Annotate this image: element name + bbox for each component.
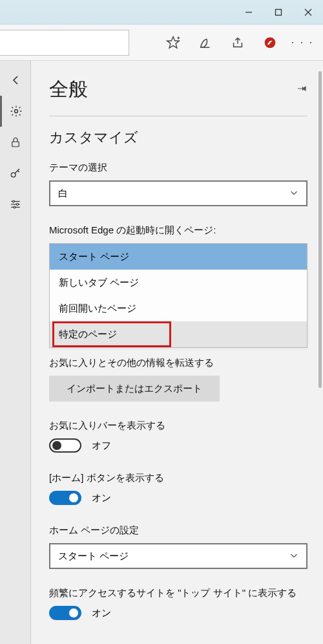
theme-select[interactable]: 白 [49, 180, 307, 206]
startup-option-newtab[interactable]: 新しいタブ ページ [50, 270, 307, 295]
svg-point-17 [16, 204, 18, 206]
favbar-label: お気に入りバーを表示する [49, 420, 307, 432]
share-icon[interactable] [225, 30, 251, 56]
svg-point-18 [14, 206, 16, 208]
sliders-icon[interactable] [0, 189, 31, 220]
theme-label: テーマの選択 [49, 162, 307, 174]
homebutton-toggle-text: オン [92, 492, 111, 504]
svg-marker-4 [167, 36, 179, 47]
pin-icon[interactable] [296, 83, 307, 97]
svg-point-12 [11, 173, 16, 177]
gear-icon[interactable] [0, 96, 31, 127]
window-titlebar [0, 0, 323, 25]
homebutton-label: [ホーム] ボタンを表示する [49, 472, 307, 484]
address-bar[interactable] [0, 30, 129, 56]
browser-toolbar: · · · [0, 25, 323, 61]
page-title: 全般 [49, 76, 88, 103]
startup-option-specific[interactable]: 特定のページ [50, 321, 307, 347]
startup-option-start[interactable]: スタート ページ [50, 244, 307, 270]
maximize-button[interactable] [264, 0, 293, 25]
svg-rect-11 [12, 142, 19, 147]
startup-option-previous[interactable]: 前回開いたページ [50, 295, 307, 321]
svg-point-16 [12, 200, 14, 202]
key-icon[interactable] [0, 158, 31, 189]
divider [49, 116, 307, 116]
settings-panel: 全般 カスタマイズ テーマの選択 白 Microsoft Edge の起動時に開… [31, 61, 323, 644]
back-icon[interactable] [0, 65, 31, 96]
startup-dropdown: スタート ページ 新しいタブ ページ 前回開いたページ 特定のページ [49, 243, 307, 348]
close-button[interactable] [293, 0, 323, 25]
homepage-value: スタート ページ [58, 550, 129, 563]
topsites-toggle[interactable] [49, 606, 81, 620]
favbar-toggle-text: オフ [92, 440, 111, 452]
scrollbar[interactable] [318, 71, 322, 388]
chevron-down-icon [289, 188, 298, 199]
homebutton-toggle[interactable] [49, 491, 81, 505]
topsites-toggle-text: オン [92, 607, 111, 619]
more-icon[interactable]: · · · [289, 30, 315, 56]
trend-micro-icon[interactable] [257, 30, 283, 56]
chevron-down-icon [289, 551, 298, 562]
transfer-label: お気に入りとその他の情報を転送する [49, 357, 307, 369]
minimize-button[interactable] [234, 0, 264, 25]
settings-sidebar [0, 61, 31, 644]
homepage-label: ホーム ページの設定 [49, 524, 307, 537]
svg-rect-1 [276, 9, 282, 15]
import-export-button[interactable]: インポートまたはエクスポート [49, 376, 220, 402]
lock-icon[interactable] [0, 127, 31, 158]
topsites-label: 頻繁にアクセスするサイトを "トップ サイト" に表示する [49, 587, 307, 599]
homepage-select[interactable]: スタート ページ [49, 543, 307, 569]
theme-value: 白 [58, 188, 68, 200]
favbar-toggle[interactable] [49, 438, 81, 453]
notes-icon[interactable] [193, 30, 218, 56]
startup-label: Microsoft Edge の起動時に開くページ: [49, 224, 307, 237]
svg-point-10 [15, 110, 18, 113]
section-customize: カスタマイズ [49, 128, 307, 147]
favorite-star-icon[interactable] [160, 30, 186, 56]
